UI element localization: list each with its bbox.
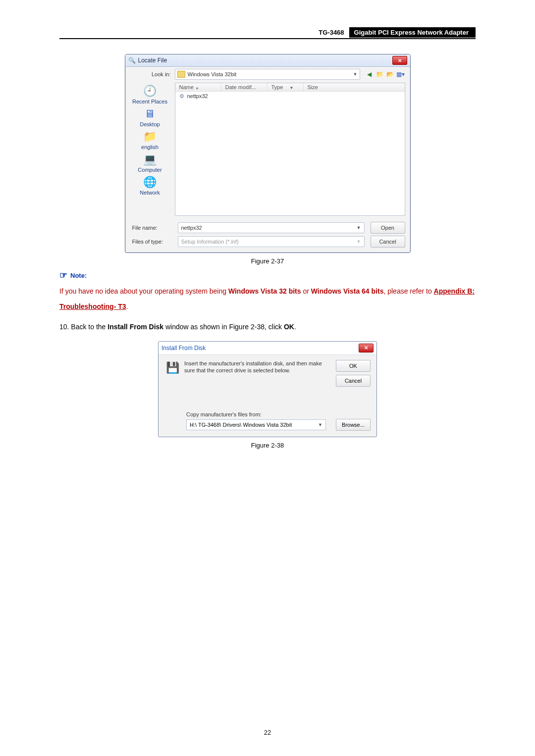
back-icon[interactable]: ◀ xyxy=(365,70,374,79)
install-from-disk-dialog: Install From Disk ✕ 💾 Insert the manufac… xyxy=(158,341,377,437)
dialog2-message: Insert the manufacturer's installation d… xyxy=(184,360,326,387)
figure-caption-1: Figure 2-37 xyxy=(59,257,476,265)
file-row[interactable]: ⚙ nettpx32 xyxy=(175,92,405,101)
up-icon[interactable]: 📁 xyxy=(375,70,384,79)
files-of-type-combo[interactable]: Setup Information (*.inf) ▼ xyxy=(178,236,365,247)
desktop-place[interactable]: 🖥 Desktop xyxy=(140,106,160,127)
network-icon: 🌐 xyxy=(142,175,159,190)
file-name-label: File name: xyxy=(130,225,178,231)
look-in-value: Windows Vista 32bit xyxy=(188,71,237,77)
chevron-down-icon: ▼ xyxy=(357,225,361,230)
computer-place[interactable]: 💻 Computer xyxy=(138,152,161,173)
user-folder[interactable]: 📁 english xyxy=(141,129,159,150)
look-in-label: Look in: xyxy=(130,71,175,77)
network-place[interactable]: 🌐 Network xyxy=(140,175,160,196)
close-button[interactable]: ✕ xyxy=(392,56,407,65)
col-date[interactable]: Date modif... xyxy=(221,83,268,91)
places-bar: 🕘 Recent Places 🖥 Desktop 📁 english 💻 Co… xyxy=(125,81,175,218)
col-name[interactable]: Name ▲ xyxy=(175,83,221,91)
user-folder-icon: 📁 xyxy=(141,129,158,144)
locate-file-dialog: 🔍 Locate File ✕ Look in: Windows Vista 3… xyxy=(125,54,411,253)
dialog-title: Locate File xyxy=(138,57,167,64)
view-icon[interactable]: ▦▾ xyxy=(396,70,405,79)
col-type[interactable]: Type ▼ xyxy=(268,83,304,91)
page-number: 22 xyxy=(0,729,535,736)
dialog-icon: 🔍 xyxy=(128,56,136,64)
chevron-down-icon: ▼ xyxy=(318,422,322,427)
folder-icon xyxy=(177,71,185,78)
cancel-button[interactable]: Cancel xyxy=(371,236,405,248)
figure-caption-2: Figure 2-38 xyxy=(59,442,476,449)
pointing-hand-icon: ☞ xyxy=(59,270,67,281)
column-headers: Name ▲ Date modif... Type ▼ Size xyxy=(175,83,405,92)
open-button[interactable]: Open xyxy=(371,222,405,234)
product-name: Gigabit PCI Express Network Adapter xyxy=(349,27,476,38)
new-folder-icon[interactable]: 📂 xyxy=(386,70,395,79)
step-10: 10. Back to the Install From Disk window… xyxy=(59,321,476,332)
col-size[interactable]: Size xyxy=(304,83,405,91)
files-of-type-label: Files of type: xyxy=(130,239,178,245)
cancel-button-2[interactable]: Cancel xyxy=(336,375,371,387)
model-number: TG-3468 xyxy=(59,27,349,38)
chevron-down-icon: ▼ xyxy=(353,72,358,77)
path-combo[interactable]: H:\ TG-3468\ Drivers\ Windows Vista 32bi… xyxy=(186,419,326,430)
desktop-icon: 🖥 xyxy=(141,106,158,121)
chevron-down-icon: ▼ xyxy=(357,239,361,244)
ok-button[interactable]: OK xyxy=(336,360,371,372)
recent-places[interactable]: 🕘 Recent Places xyxy=(132,84,167,104)
browse-button[interactable]: Browse... xyxy=(336,419,371,431)
inf-file-icon: ⚙ xyxy=(178,93,185,100)
page-header: TG-3468 Gigabit PCI Express Network Adap… xyxy=(59,27,476,39)
look-in-dropdown[interactable]: Windows Vista 32bit ▼ xyxy=(175,69,360,80)
file-list[interactable]: Name ▲ Date modif... Type ▼ Size ⚙ nettp… xyxy=(175,83,405,216)
computer-icon: 💻 xyxy=(141,152,158,167)
note-text: If you have no idea about your operating… xyxy=(59,284,476,314)
close-button[interactable]: ✕ xyxy=(359,344,374,353)
note-heading: ☞ Note: xyxy=(59,270,476,281)
disk-icon: 💾 xyxy=(164,360,180,376)
dialog2-title: Install From Disk xyxy=(161,345,206,352)
file-name-combo[interactable]: nettpx32 ▼ xyxy=(178,222,365,233)
recent-places-icon: 🕘 xyxy=(142,84,159,99)
copy-from-label: Copy manufacturer's files from: xyxy=(186,411,371,417)
